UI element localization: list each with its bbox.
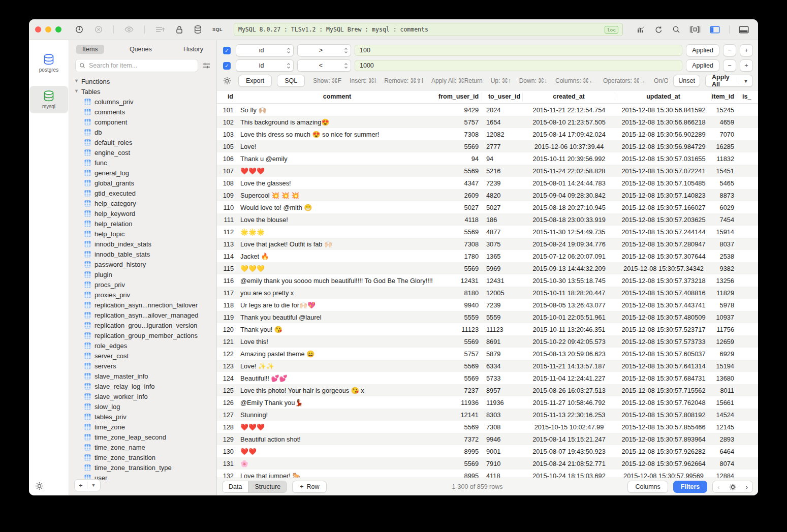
sidebar-table-func[interactable]: func <box>74 158 216 168</box>
filter-enabled-checkbox[interactable]: ✓ <box>223 47 231 54</box>
toggle-bottom-panel-icon[interactable] <box>739 26 749 34</box>
sidebar-table-slave_worker_info[interactable]: slave_worker_info <box>74 391 216 401</box>
sidebar-table-role_edges[interactable]: role_edges <box>74 340 216 351</box>
add-item-button-group[interactable]: + ▼ <box>74 479 101 491</box>
sidebar-table-plugin[interactable]: plugin <box>74 269 216 279</box>
filter-settings-gear-icon[interactable] <box>223 77 231 85</box>
chevron-down-icon[interactable]: ▼ <box>739 78 752 84</box>
sidebar-table-replication_group_member_actions[interactable]: replication_group_member_actions <box>74 330 216 340</box>
sidebar-table-global_grants[interactable]: global_grants <box>74 178 216 188</box>
tab-history[interactable]: History <box>177 45 209 54</box>
structure-tab[interactable]: Structure <box>248 481 287 492</box>
table-row[interactable]: 117you are so pretty x8180120052015-10-1… <box>217 287 758 299</box>
table-row[interactable]: 101So fly 🙌🏼942920242015-11-21 22:12:54.… <box>217 104 758 116</box>
table-row[interactable]: 111Love the blouse!41181862015-08-18 23:… <box>217 213 758 226</box>
table-row[interactable]: 119Thank you beautiful @laurel5559555920… <box>217 311 758 323</box>
plus-icon[interactable]: + <box>75 482 87 489</box>
filter-operator-select[interactable]: < <box>297 59 351 72</box>
filter-value-input[interactable] <box>355 60 682 71</box>
table-row[interactable]: 124Beautiful!! 💕💕556957332015-11-04 12:2… <box>217 372 758 384</box>
column-header-id[interactable]: id <box>217 92 236 101</box>
add-row-button[interactable]: + Row <box>292 481 327 493</box>
filter-sliders-icon[interactable] <box>202 62 210 69</box>
export-rows-icon[interactable] <box>155 25 165 34</box>
sidebar-table-columns_priv[interactable]: columns_priv <box>74 97 216 107</box>
database-icon[interactable] <box>194 25 202 34</box>
filter-applied-button[interactable]: Applied <box>686 59 719 72</box>
table-row[interactable]: 122Amazing pastel theme 😄575758792015-08… <box>217 348 758 360</box>
filter-value-input[interactable] <box>355 45 682 56</box>
sidebar-table-slave_master_info[interactable]: slave_master_info <box>74 371 216 381</box>
sidebar-table-component[interactable]: component <box>74 117 216 127</box>
columns-button[interactable]: Columns <box>627 481 668 493</box>
chart-icon[interactable] <box>636 25 645 34</box>
sidebar-table-time_zone_leap_second[interactable]: time_zone_leap_second <box>74 432 216 442</box>
filter-enabled-checkbox[interactable]: ✓ <box>223 62 231 70</box>
sidebar-table-replication_asyn...nnection_failover[interactable]: replication_asyn...nnection_failover <box>74 300 216 310</box>
table-row[interactable]: 123Love! ✨✨556963342015-11-21 14:13:57.1… <box>217 360 758 372</box>
toggle-left-panel-icon[interactable] <box>710 26 720 34</box>
filters-button[interactable]: Filters <box>673 481 708 493</box>
sidebar-table-help_category[interactable]: help_category <box>74 198 216 208</box>
tab-items[interactable]: Items <box>76 45 104 54</box>
table-row[interactable]: 110Would love to! @mith 😁502750272015-08… <box>217 201 758 213</box>
refresh-icon[interactable] <box>654 25 663 34</box>
table-row[interactable]: 132Love that jumper! 🐎899541182015-10-24… <box>217 470 758 478</box>
sidebar-table-help_topic[interactable]: help_topic <box>74 229 216 239</box>
table-row[interactable]: 130❤️❤️899590012015-08-07 19:43:50.92320… <box>217 445 758 457</box>
table-row[interactable]: 109Supercool 💥 💥 💥260948202015-09-04 09:… <box>217 189 758 201</box>
remove-filter-button[interactable]: − <box>723 59 736 72</box>
apply-all-button[interactable]: Apply All ▼ <box>705 75 753 87</box>
table-row[interactable]: 120Thank you! 😘11123111232015-10-11 13:2… <box>217 323 758 335</box>
tree-section-tables[interactable]: ▼ Tables <box>74 86 216 97</box>
column-header-to_user_id[interactable]: to_user_id <box>482 92 523 101</box>
connection-postgres[interactable]: postgres <box>29 49 68 77</box>
table-row[interactable]: 131🌸556979102015-08-24 21:08:52.7712015-… <box>217 457 758 470</box>
connection-target-icon[interactable] <box>75 25 84 34</box>
table-row[interactable]: 125Love this photo! Your hair is gorgeou… <box>217 384 758 396</box>
table-row[interactable]: 126@Emily Thank you💃🏾11936119362015-11-2… <box>217 396 758 409</box>
sidebar-table-db[interactable]: db <box>74 127 216 137</box>
filter-applied-button[interactable]: Applied <box>686 44 719 56</box>
column-header-item_id[interactable]: item_id <box>712 92 738 101</box>
add-filter-button[interactable]: + <box>740 44 753 56</box>
table-row[interactable]: 108Love the glasses!434772392015-08-01 1… <box>217 177 758 189</box>
chevron-down-icon[interactable]: ▼ <box>87 483 100 488</box>
sidebar-table-servers[interactable]: servers <box>74 361 216 371</box>
settings-gear-icon[interactable] <box>35 482 44 490</box>
table-row[interactable]: 121Love this!556986912015-10-22 09:42:05… <box>217 335 758 348</box>
tab-queries[interactable]: Queries <box>123 45 158 54</box>
table-row[interactable]: 105Love!556927772015-12-06 10:37:39.4420… <box>217 140 758 152</box>
sidebar-table-proxies_priv[interactable]: proxies_priv <box>74 290 216 300</box>
previous-page-icon[interactable]: ‹ <box>713 483 724 491</box>
column-header-is_[interactable]: is_ <box>738 92 758 101</box>
lock-icon[interactable] <box>175 25 183 34</box>
sidebar-table-slave_relay_log_info[interactable]: slave_relay_log_info <box>74 381 216 391</box>
close-window-button[interactable] <box>35 26 41 33</box>
sql-editor-icon[interactable]: SQL <box>212 27 223 32</box>
sidebar-table-help_relation[interactable]: help_relation <box>74 218 216 229</box>
page-settings-gear-icon[interactable] <box>725 483 741 491</box>
filter-column-select[interactable]: id <box>236 44 294 56</box>
sidebar-table-server_cost[interactable]: server_cost <box>74 351 216 361</box>
sidebar-table-time_zone_name[interactable]: time_zone_name <box>74 442 216 452</box>
zoom-window-button[interactable] <box>55 26 61 33</box>
sidebar-table-gtid_executed[interactable]: gtid_executed <box>74 188 216 198</box>
sidebar-table-engine_cost[interactable]: engine_cost <box>74 147 216 158</box>
sidebar-table-time_zone[interactable]: time_zone <box>74 422 216 432</box>
search-input[interactable] <box>88 61 194 70</box>
table-row[interactable]: 127Stunning!1214183032015-11-13 22:30:16… <box>217 409 758 421</box>
table-row[interactable]: 115💛💛💛556959692015-09-13 14:44:32.209201… <box>217 262 758 274</box>
search-icon[interactable] <box>672 25 680 34</box>
column-header-comment[interactable]: comment <box>236 92 438 101</box>
export-button[interactable]: Export <box>238 75 272 87</box>
sidebar-table-slow_log[interactable]: slow_log <box>74 401 216 412</box>
table-row[interactable]: 107❤️❤️❤️556952162015-11-24 22:02:58.828… <box>217 165 758 177</box>
table-row[interactable]: 129Beautiful action shot!737299462015-08… <box>217 433 758 445</box>
sidebar-table-replication_grou...iguration_version[interactable]: replication_grou...iguration_version <box>74 320 216 330</box>
table-row[interactable]: 113Love that jacket! Outfit is fab 🙌🏻730… <box>217 238 758 250</box>
disconnect-icon[interactable] <box>94 25 103 34</box>
column-header-updated_at[interactable]: updated_at <box>615 92 712 101</box>
table-row[interactable]: 103Love this dress so much 😍 so nice for… <box>217 128 758 140</box>
connection-mysql[interactable]: mysql <box>29 86 68 113</box>
